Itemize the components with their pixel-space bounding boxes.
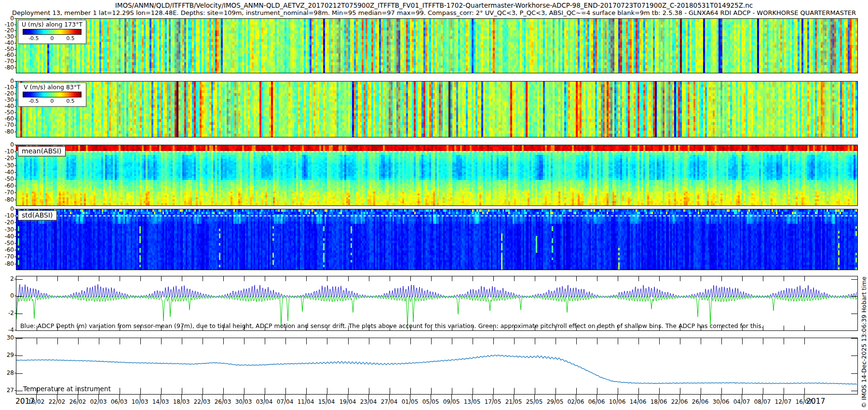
y-tick-label: 0: [0, 205, 14, 212]
colorbar-tick-label: 0.5: [66, 98, 75, 104]
u-velocity-panel: U (m/s) along 173°T -0.5 0 0.5: [16, 18, 858, 73]
u-legend-title: U (m/s) along 173°T: [18, 21, 86, 28]
colorbar-tick-label: 0: [51, 35, 54, 41]
y-tick-label: -50: [0, 109, 14, 116]
depth-variation-panel: Blue: ADCP Depth (m) variation from sens…: [16, 276, 858, 331]
y-tick-label: 0: [0, 141, 14, 148]
colorbar-tick-label: -0.5: [28, 98, 39, 104]
y-tick-label: -80: [0, 260, 14, 267]
y-tick-label: -30: [0, 96, 14, 103]
y-tick-label: 2: [0, 275, 14, 282]
u-velocity-heatmap: [16, 19, 857, 73]
y-tick-label: -4: [0, 327, 14, 333]
y-tick-label: 27: [0, 387, 14, 394]
y-tick-label: -20: [0, 90, 14, 97]
v-colorbar-ticks: -0.5 0 0.5: [23, 98, 81, 105]
y-tick-label: -60: [0, 115, 14, 122]
adcp-figure: IMOS/ANMN/QLD/ITFFTB/Velocity/IMOS_ANMN-…: [0, 0, 868, 410]
y-tick-label: -80: [0, 64, 14, 71]
v-velocity-legend: V (m/s) along 83°T -0.5 0 0.5: [18, 82, 86, 107]
y-tick-label: -50: [0, 240, 14, 246]
std-absi-heatmap: [16, 209, 857, 270]
y-tick-label: -60: [0, 182, 14, 189]
imos-copyright-watermark: © IMOS 14-Dec-2025 13:06:39 Hobart time: [860, 276, 868, 408]
y-tick-label: -10: [0, 148, 14, 155]
y-tick-label: -50: [0, 176, 14, 182]
y-tick-label: -60: [0, 246, 14, 253]
y-tick-label: -70: [0, 122, 14, 128]
std-absi-panel: std(ABSI): [16, 209, 858, 270]
std-absi-label: std(ABSI): [18, 210, 57, 220]
u-velocity-legend: U (m/s) along 173°T -0.5 0 0.5: [18, 20, 86, 44]
u-colorbar: [23, 29, 81, 35]
colorbar-tick-label: 0.5: [66, 35, 75, 41]
y-tick-label: -20: [0, 155, 14, 162]
y-tick-label: -2: [0, 310, 14, 316]
v-legend-title: V (m/s) along 83°T: [18, 83, 86, 91]
y-tick-label: -30: [0, 226, 14, 233]
y-tick-label: -40: [0, 169, 14, 176]
y-tick-label: 29: [0, 352, 14, 358]
y-tick-label: -70: [0, 189, 14, 196]
y-tick-label: -30: [0, 162, 14, 169]
y-tick-label: -40: [0, 103, 14, 109]
y-tick-label: 30: [0, 334, 14, 341]
figure-subtitle: Deployment 13, member 1 lat=12.29S lon=1…: [0, 9, 868, 16]
y-tick-label: 0: [0, 78, 14, 84]
temperature-plot: [16, 338, 857, 394]
depth-variation-annotation: Blue: ADCP Depth (m) variation from sens…: [20, 322, 763, 329]
v-colorbar: [23, 92, 81, 97]
colorbar-tick-label: -0.5: [28, 35, 39, 41]
y-tick-label: -10: [0, 84, 14, 91]
temperature-label: Temperature at instrument: [23, 385, 111, 393]
u-colorbar-ticks: -0.5 0 0.5: [23, 35, 81, 42]
mean-absi-panel: mean(ABSI): [16, 145, 858, 206]
figure-title: IMOS/ANMN/QLD/ITFFTB/Velocity/IMOS_ANMN-…: [0, 1, 868, 9]
y-tick-label: -20: [0, 219, 14, 226]
x-tick-label: 16/07: [788, 398, 819, 405]
y-tick-label: 28: [0, 369, 14, 376]
y-tick-label: -40: [0, 233, 14, 240]
y-tick-label: 0: [0, 292, 14, 299]
v-velocity-heatmap: [16, 82, 857, 137]
temperature-panel: Temperature at instrument: [16, 338, 858, 395]
y-tick-label: -80: [0, 128, 14, 135]
y-tick-label: -10: [0, 212, 14, 219]
colorbar-tick-label: 0: [51, 98, 54, 104]
y-tick-label: -70: [0, 253, 14, 260]
v-velocity-panel: V (m/s) along 83°T -0.5 0 0.5: [16, 81, 858, 137]
mean-absi-label: mean(ABSI): [18, 146, 66, 156]
mean-absi-heatmap: [16, 145, 857, 205]
y-tick-label: -80: [0, 196, 14, 203]
